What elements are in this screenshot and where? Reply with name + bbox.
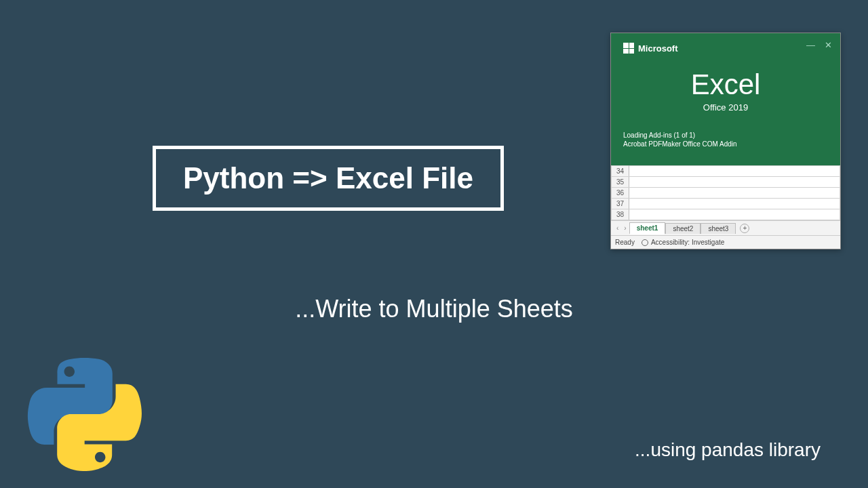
row-number[interactable]: 35 [612,177,629,188]
table-row: 35 [612,177,840,188]
close-button[interactable]: ✕ [825,40,832,50]
sheet-tab-3[interactable]: sheet3 [701,223,736,234]
addin-name: Acrobat PDFMaker Office COM Addin [623,140,828,148]
row-number[interactable]: 37 [612,199,629,209]
status-ready: Ready [615,239,635,246]
cell[interactable] [629,177,840,188]
accessibility-label: Accessibility: Investigate [651,239,724,246]
microsoft-logo-icon [623,43,634,54]
spreadsheet-area: 34 35 36 37 38 ‹ › sheet1 sheet2 sheet3 … [611,165,840,249]
excel-splash-panel: Microsoft — ✕ Excel Office 2019 Loading … [610,33,841,249]
main-title-box: Python => Excel File [153,146,504,211]
sheet-tabs-bar: ‹ › sheet1 sheet2 sheet3 + [611,220,840,235]
excel-product-name: Excel [623,68,828,101]
footer-text: ...using pandas library [635,439,821,461]
cell[interactable] [629,199,840,209]
table-row: 37 [612,199,840,209]
tab-next-button[interactable]: › [621,224,629,232]
table-row: 36 [612,188,840,199]
cell[interactable] [629,166,840,177]
add-sheet-button[interactable]: + [740,224,749,233]
accessibility-status[interactable]: Accessibility: Investigate [642,239,724,246]
window-controls: — ✕ [806,40,832,50]
sheet-tab-2[interactable]: sheet2 [665,223,701,234]
status-bar: Ready Accessibility: Investigate [611,235,840,249]
main-title: Python => Excel File [183,161,473,195]
row-number[interactable]: 38 [612,209,629,220]
python-logo-icon [27,356,142,471]
minimize-button[interactable]: — [806,40,815,50]
accessibility-icon [642,239,648,246]
table-row: 34 [612,166,840,177]
brand-label: Microsoft [638,43,678,54]
subtitle: ...Write to Multiple Sheets [0,295,868,323]
spreadsheet-grid: 34 35 36 37 38 [611,165,840,220]
loading-status: Loading Add-ins (1 of 1) [623,131,828,139]
sheet-tab-1[interactable]: sheet1 [629,222,666,235]
cell[interactable] [629,209,840,220]
excel-splash-header: Microsoft — ✕ Excel Office 2019 Loading … [611,33,840,165]
row-number[interactable]: 34 [612,166,629,177]
excel-edition: Office 2019 [623,102,828,113]
tab-prev-button[interactable]: ‹ [614,224,621,232]
cell[interactable] [629,188,840,199]
row-number[interactable]: 36 [612,188,629,199]
microsoft-brand: Microsoft [623,43,828,54]
table-row: 38 [612,209,840,220]
